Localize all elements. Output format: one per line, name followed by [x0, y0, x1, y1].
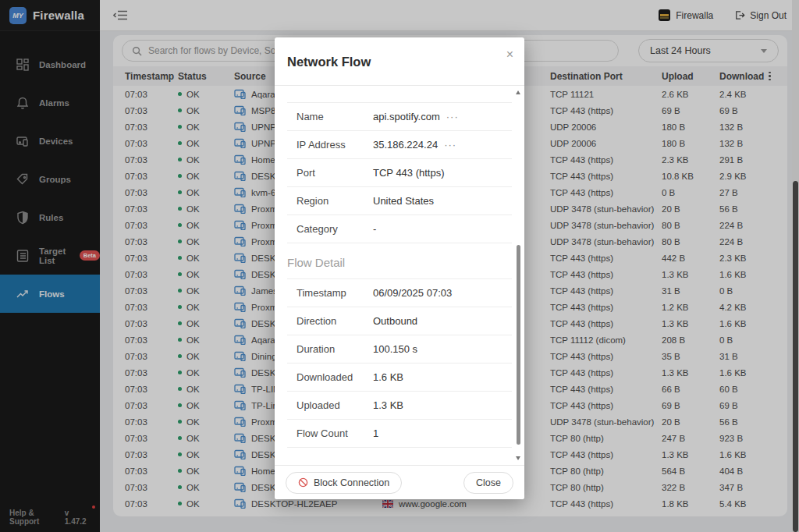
field-label: Uploaded: [297, 399, 373, 411]
field-value: 1.6 KB: [373, 371, 403, 383]
network-flow-modal: Network Flow × Name api.spotify.com ··· …: [275, 37, 524, 499]
field-value: 1.3 KB: [373, 399, 403, 411]
field-label: Port: [297, 167, 373, 179]
flow-detail-fields: Timestamp 06/09/2025 07:03 Direction Out…: [287, 279, 512, 448]
modal-title: Network Flow: [287, 55, 512, 69]
field-label: Flow Count: [297, 427, 373, 439]
field-label: Category: [297, 223, 373, 235]
field-row: Name api.spotify.com ···: [287, 103, 512, 131]
field-label: Region: [297, 195, 373, 207]
block-icon: [298, 477, 308, 488]
field-row: Uploaded 1.3 KB: [287, 392, 512, 420]
field-value: 35.186.224.24: [373, 139, 438, 151]
field-row: Port TCP 443 (https): [287, 159, 512, 187]
app-window: MY Firewalla Dashboard Alarms Devices Gr…: [0, 0, 799, 532]
field-menu-icon[interactable]: ···: [444, 139, 456, 151]
field-label: Duration: [297, 343, 373, 355]
block-connection-button[interactable]: Block Connection: [286, 472, 402, 494]
scroll-up-arrow[interactable]: [516, 90, 520, 94]
field-row: Direction Outbound: [287, 307, 512, 335]
field-value: United States: [373, 195, 434, 207]
modal-scrollbar[interactable]: [515, 89, 522, 462]
flow-detail-section-title: Flow Detail: [287, 243, 512, 279]
divider: [287, 86, 512, 103]
field-value: TCP 443 (https): [373, 167, 445, 179]
field-value: Outbound: [373, 315, 417, 327]
field-menu-icon[interactable]: ···: [446, 111, 459, 122]
field-value: 06/09/2025 07:03: [373, 287, 452, 299]
modal-close-button[interactable]: Close: [463, 472, 513, 494]
modal-scrollbar-thumb[interactable]: [517, 245, 520, 445]
field-label: Downloaded: [297, 371, 373, 383]
field-value: api.spotify.com: [373, 111, 440, 122]
field-row: Category -: [287, 215, 512, 243]
field-label: Timestamp: [297, 287, 373, 299]
field-value: 100.150 s: [373, 343, 417, 355]
field-label: Direction: [297, 315, 373, 327]
field-row: Duration 100.150 s: [287, 335, 512, 364]
flow-fields: Name api.spotify.com ··· IP Address 35.1…: [287, 103, 512, 243]
field-value: 1: [373, 427, 378, 439]
field-row: IP Address 35.186.224.24 ···: [287, 131, 512, 159]
field-row: Flow Count 1: [287, 420, 512, 448]
field-label: IP Address: [297, 139, 373, 151]
close-icon[interactable]: ×: [506, 48, 513, 61]
field-label: Name: [297, 111, 373, 122]
field-row: Region United States: [287, 187, 512, 215]
scroll-down-arrow[interactable]: [516, 456, 520, 460]
field-row: Downloaded 1.6 KB: [287, 364, 512, 392]
modal-header: Network Flow ×: [275, 37, 524, 86]
modal-body: Name api.spotify.com ··· IP Address 35.1…: [275, 86, 524, 465]
field-row: Timestamp 06/09/2025 07:03: [287, 279, 512, 307]
field-value: -: [373, 223, 376, 235]
modal-footer: Block Connection Close: [275, 465, 524, 499]
